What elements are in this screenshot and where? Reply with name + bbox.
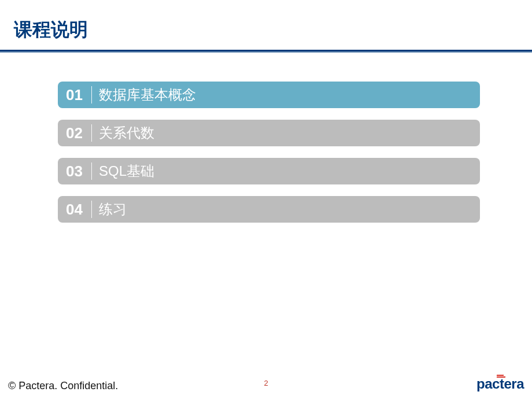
toc-label: 数据库基本概念	[92, 88, 196, 102]
toc-number: 01	[58, 87, 91, 102]
footer-logo: pactera	[476, 376, 524, 392]
toc-separator	[91, 162, 92, 180]
toc-item-02: 02 关系代数	[58, 120, 480, 146]
toc-item-01: 01 数据库基本概念	[58, 82, 480, 108]
toc-number: 02	[58, 125, 91, 141]
toc-number: 04	[58, 202, 91, 217]
toc-separator	[91, 201, 92, 218]
toc-label: 关系代数	[92, 126, 154, 140]
logo-text-pac: pac	[476, 376, 500, 392]
toc-item-04: 04 练习	[58, 196, 480, 223]
toc-list: 01 数据库基本概念 02 关系代数 03 SQL基础 04 练习	[0, 82, 532, 223]
slide-title: 课程说明	[0, 0, 532, 50]
logo-flag-icon	[497, 375, 506, 380]
title-divider	[0, 50, 532, 53]
footer: © Pactera. Confidential. pactera	[0, 371, 532, 392]
logo-text-era: era	[504, 376, 524, 392]
toc-label: SQL基础	[92, 164, 154, 178]
toc-label: 练习	[92, 202, 127, 216]
footer-confidential: © Pactera. Confidential.	[8, 380, 118, 392]
toc-separator	[91, 86, 92, 104]
toc-number: 03	[58, 164, 91, 179]
toc-item-03: 03 SQL基础	[58, 158, 480, 184]
toc-separator	[91, 124, 92, 142]
